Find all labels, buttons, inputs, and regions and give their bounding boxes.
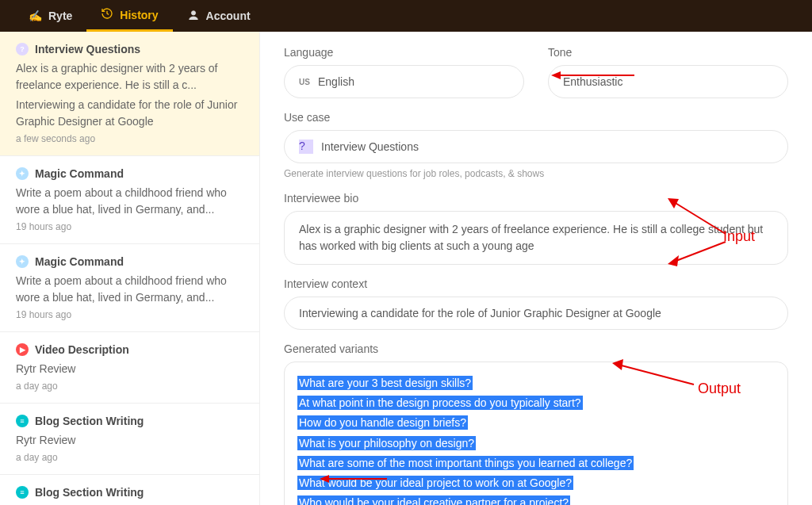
bio-value: Alex is a graphic designer with 2 years … xyxy=(299,221,773,254)
usecase-field: Use case ? Interview Questions Generate … xyxy=(284,111,788,179)
history-item-timestamp: 19 hours ago xyxy=(16,221,243,232)
generated-line: At what point in the design process do y… xyxy=(297,396,583,410)
ryte-icon: ✍️ xyxy=(29,10,42,22)
context-field: Interview context Interviewing a candida… xyxy=(284,277,788,330)
bio-input[interactable]: Alex is a graphic designer with 2 years … xyxy=(284,211,788,265)
generated-field: Generated variants What are your 3 best … xyxy=(284,342,788,505)
language-select[interactable]: US English xyxy=(284,65,524,98)
history-item-title: Interview Questions xyxy=(35,43,140,55)
flag-icon: US xyxy=(299,78,310,86)
history-item[interactable]: ▶Video DescriptionRytr Reviewa day ago xyxy=(0,332,259,404)
history-item-timestamp: 19 hours ago xyxy=(16,309,243,320)
generated-line: What are your 3 best design skills? xyxy=(297,376,473,390)
history-icon xyxy=(101,7,113,22)
history-item-timestamp: a day ago xyxy=(16,452,243,463)
history-item-snippet: Write a poem about a childhood friend wh… xyxy=(16,273,243,306)
svg-point-0 xyxy=(191,10,195,14)
context-value: Interviewing a candidate for the role of… xyxy=(299,307,661,319)
language-field: Language US English xyxy=(284,46,524,98)
generated-line: What are some of the most important thin… xyxy=(297,456,634,470)
history-sidebar[interactable]: ?Interview QuestionsAlex is a graphic de… xyxy=(0,32,260,505)
usecase-value: Interview Questions xyxy=(321,140,419,153)
history-item[interactable]: ≡Blog Section WritingAlways book accommo… xyxy=(0,475,259,505)
language-value: English xyxy=(318,75,354,88)
history-item[interactable]: ✦Magic CommandWrite a poem about a child… xyxy=(0,244,259,332)
context-label: Interview context xyxy=(284,277,788,290)
usecase-badge-icon: ▶ xyxy=(16,343,29,356)
tab-ryte[interactable]: ✍️ Ryte xyxy=(14,0,86,32)
tab-account[interactable]: Account xyxy=(173,0,265,32)
context-input[interactable]: Interviewing a candidate for the role of… xyxy=(284,296,788,330)
history-item-snippet: Write a poem about a childhood friend wh… xyxy=(16,185,243,218)
history-item-snippet: Rytr Review xyxy=(16,361,243,377)
history-item-timestamp: a few seconds ago xyxy=(16,133,243,144)
tab-account-label: Account xyxy=(206,10,251,22)
top-nav: ✍️ Ryte History Account xyxy=(0,0,812,32)
history-item[interactable]: ?Interview QuestionsAlex is a graphic de… xyxy=(0,32,259,156)
history-item-snippet: Alex is a graphic designer with 2 years … xyxy=(16,60,243,94)
tone-select[interactable]: Enthusiastic xyxy=(548,65,788,98)
usecase-badge-icon: ? xyxy=(16,43,29,55)
generated-line: What is your philosophy on design? xyxy=(297,436,476,450)
account-icon xyxy=(187,9,200,24)
usecase-badge-icon: ✦ xyxy=(16,255,29,268)
generated-line: How do you handle design briefs? xyxy=(297,415,468,430)
history-item-snippet: Rytr Review xyxy=(16,432,243,449)
tone-field: Tone Enthusiastic xyxy=(548,46,788,98)
history-item-timestamp: a day ago xyxy=(16,381,243,392)
history-item-snippet2: Interviewing a candidate for the role of… xyxy=(16,97,243,130)
tone-label: Tone xyxy=(548,46,788,59)
usecase-select[interactable]: ? Interview Questions xyxy=(284,130,788,163)
generated-output[interactable]: What are your 3 best design skills?At wh… xyxy=(284,362,788,505)
generated-label: Generated variants xyxy=(284,342,788,355)
history-item-title: Blog Section Writing xyxy=(35,486,144,499)
tone-value: Enthusiastic xyxy=(563,75,622,88)
history-item-title: Video Description xyxy=(35,343,129,356)
usecase-badge-icon: ≡ xyxy=(16,415,29,427)
question-icon: ? xyxy=(299,140,313,154)
usecase-badge-icon: ✦ xyxy=(16,167,29,180)
bio-label: Interviewee bio xyxy=(284,192,788,205)
tab-history[interactable]: History xyxy=(86,0,172,32)
usecase-helper: Generate interview questions for job rol… xyxy=(284,168,788,179)
history-item[interactable]: ≡Blog Section WritingRytr Reviewa day ag… xyxy=(0,404,259,475)
history-item[interactable]: ✦Magic CommandWrite a poem about a child… xyxy=(0,156,259,244)
generated-line: Who would be your ideal creative partner… xyxy=(297,495,570,505)
main-panel: Language US English Tone Enthusiastic Us… xyxy=(260,32,812,505)
bio-field: Interviewee bio Alex is a graphic design… xyxy=(284,192,788,265)
generated-line: What would be your ideal project to work… xyxy=(297,476,573,490)
tab-history-label: History xyxy=(120,9,158,21)
tab-ryte-label: Ryte xyxy=(48,10,72,22)
language-label: Language xyxy=(284,46,524,59)
history-item-title: Magic Command xyxy=(35,167,124,180)
usecase-badge-icon: ≡ xyxy=(16,486,29,499)
history-item-title: Blog Section Writing xyxy=(35,415,144,427)
usecase-label: Use case xyxy=(284,111,788,124)
history-item-title: Magic Command xyxy=(35,255,124,268)
